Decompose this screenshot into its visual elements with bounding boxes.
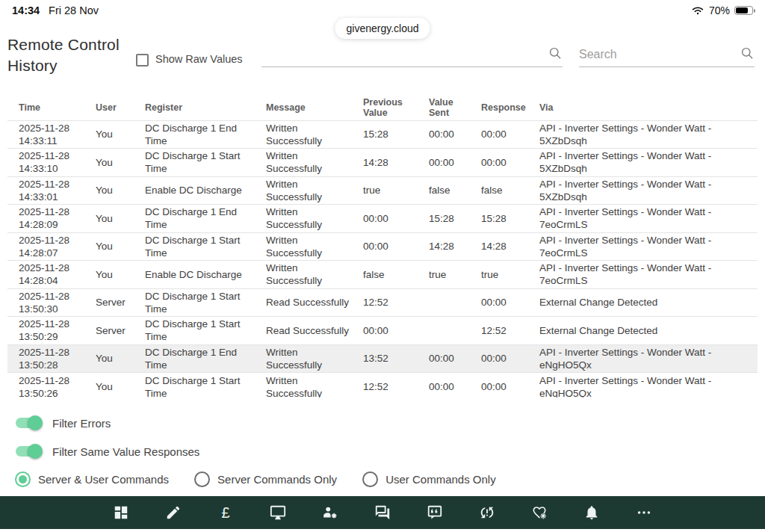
cell-via: API - Inverter Settings - Wonder Watt - … xyxy=(539,344,758,373)
cell-time: 2025-11-28 14:28:09 xyxy=(7,205,96,233)
table-row: 2025-11-28 14:28:07 You DC Discharge 1 S… xyxy=(7,232,758,261)
cell-user: Server xyxy=(96,288,145,317)
wifi-icon xyxy=(691,5,704,16)
cell-previous-value: 00:00 xyxy=(363,205,429,233)
filter-same-value-label: Filter Same Value Responses xyxy=(52,445,199,458)
cell-message: Written Successfully xyxy=(266,176,363,205)
more-icon[interactable] xyxy=(635,504,653,522)
cell-via: API - Inverter Settings - Wonder Watt - … xyxy=(539,232,758,261)
filter-same-value-toggle[interactable] xyxy=(13,443,43,460)
cell-response: 00:00 xyxy=(481,373,539,398)
radio-server-user-commands[interactable]: Server & User Commands xyxy=(15,471,169,487)
radio-user-commands-only[interactable]: User Commands Only xyxy=(362,471,496,487)
col-via: Via xyxy=(539,97,758,120)
cell-message: Written Successfully xyxy=(266,149,363,177)
cell-time: 2025-11-28 13:50:28 xyxy=(7,344,96,373)
filter-input-field[interactable] xyxy=(261,42,563,67)
cell-register: DC Discharge 1 Start Time xyxy=(145,288,266,317)
cell-previous-value: 14:28 xyxy=(363,149,429,177)
cell-response: 14:28 xyxy=(481,232,539,261)
cell-user: You xyxy=(96,344,145,373)
cell-message: Written Successfully xyxy=(266,373,363,398)
filter-same-value-control[interactable]: Filter Same Value Responses xyxy=(13,443,199,460)
cell-message: Read Successfully xyxy=(266,317,363,345)
table-row: 2025-11-28 14:28:04 You Enable DC Discha… xyxy=(7,261,758,289)
table-row: 2025-11-28 14:33:11 You DC Discharge 1 E… xyxy=(7,120,758,149)
radio-icon[interactable] xyxy=(362,471,378,487)
sync-problem-icon[interactable] xyxy=(478,504,496,522)
cell-register: DC Discharge 1 End Time xyxy=(145,205,266,233)
cell-user: You xyxy=(96,232,145,261)
show-raw-values-control[interactable]: Show Raw Values xyxy=(136,52,245,66)
cell-user: You xyxy=(96,205,145,233)
table-header-row: Time User Register Message Previous Valu… xyxy=(7,97,758,120)
cell-via: API - Inverter Settings - Wonder Watt - … xyxy=(539,176,758,205)
health-settings-heart-icon[interactable] xyxy=(530,504,548,522)
search-icon xyxy=(740,46,755,61)
col-previous-value: Previous Value xyxy=(363,97,429,120)
show-raw-values-checkbox[interactable] xyxy=(136,54,149,66)
col-value-sent: Value Sent xyxy=(429,97,481,120)
cell-time: 2025-11-28 13:50:26 xyxy=(7,373,96,398)
cell-value-sent xyxy=(429,288,481,317)
cell-register: DC Discharge 1 Start Time xyxy=(145,317,266,345)
cell-value-sent: 15:28 xyxy=(429,205,481,233)
cell-user: You xyxy=(96,176,145,205)
radio-label: User Commands Only xyxy=(385,473,496,486)
cell-message: Written Successfully xyxy=(266,344,363,373)
cell-message: Written Successfully xyxy=(266,232,363,261)
cell-response: 15:28 xyxy=(481,205,539,233)
search-input[interactable] xyxy=(579,48,735,61)
cell-register: DC Discharge 1 End Time xyxy=(145,344,266,373)
table-row: 2025-11-28 14:33:01 You Enable DC Discha… xyxy=(7,176,758,205)
col-response: Response xyxy=(481,97,539,120)
cell-response: 00:00 xyxy=(481,120,539,149)
cell-value-sent: 14:28 xyxy=(429,232,481,261)
chat-icon[interactable] xyxy=(374,504,391,522)
cell-via: API - Inverter Settings - Wonder Watt - … xyxy=(539,205,758,233)
cell-value-sent: 00:00 xyxy=(429,120,481,149)
filter-errors-control[interactable]: Filter Errors xyxy=(13,415,111,431)
search-input-field[interactable] xyxy=(579,42,755,67)
edit-icon[interactable] xyxy=(164,504,182,522)
dashboard-icon[interactable] xyxy=(112,504,130,522)
status-date: Fri 28 Nov xyxy=(49,4,99,16)
radio-icon[interactable] xyxy=(15,471,31,487)
col-time: Time xyxy=(7,97,96,120)
cell-user: You xyxy=(96,261,145,289)
cell-message: Written Successfully xyxy=(266,261,363,289)
cell-message: Written Successfully xyxy=(266,205,363,233)
col-message: Message xyxy=(266,97,363,120)
feedback-quote-icon[interactable] xyxy=(426,504,444,522)
radio-label: Server & User Commands xyxy=(38,473,169,486)
cell-via: API - Inverter Settings - Wonder Watt - … xyxy=(539,261,758,289)
cell-time: 2025-11-28 14:28:07 xyxy=(7,232,96,261)
radio-icon[interactable] xyxy=(194,471,210,487)
cell-via: API - Inverter Settings - Wonder Watt - … xyxy=(539,149,758,177)
cell-register: DC Discharge 1 Start Time xyxy=(145,149,266,177)
table-row: 2025-11-28 13:50:30 Server DC Discharge … xyxy=(7,288,758,317)
filter-input[interactable] xyxy=(261,48,543,61)
radio-server-commands-only[interactable]: Server Commands Only xyxy=(194,471,337,487)
display-monitor-icon[interactable] xyxy=(269,504,287,522)
cell-register: Enable DC Discharge xyxy=(145,176,266,205)
table-row: 2025-11-28 13:50:26 You DC Discharge 1 S… xyxy=(7,373,758,398)
tariffs-pound-icon[interactable]: £ xyxy=(217,504,235,522)
cell-response: true xyxy=(481,261,539,289)
cell-via: API - Inverter Settings - Wonder Watt - … xyxy=(539,120,758,149)
cell-register: DC Discharge 1 Start Time xyxy=(145,373,266,398)
notifications-bell-icon[interactable] xyxy=(583,504,601,522)
filter-errors-toggle[interactable] xyxy=(13,415,43,431)
cell-previous-value: 13:52 xyxy=(363,344,429,373)
bottom-toolbar: £ xyxy=(0,496,765,529)
search-icon xyxy=(548,46,563,61)
table-row: 2025-11-28 14:28:09 You DC Discharge 1 E… xyxy=(7,205,758,233)
cell-register: Enable DC Discharge xyxy=(145,261,266,289)
battery-icon xyxy=(734,6,753,15)
cell-value-sent: 00:00 xyxy=(429,344,481,373)
cell-user: Server xyxy=(96,317,145,345)
cell-time: 2025-11-28 14:33:01 xyxy=(7,176,96,205)
user-settings-icon[interactable] xyxy=(321,504,339,522)
url-pill[interactable]: givenergy.cloud xyxy=(335,18,430,39)
cell-response: 12:52 xyxy=(481,317,539,345)
